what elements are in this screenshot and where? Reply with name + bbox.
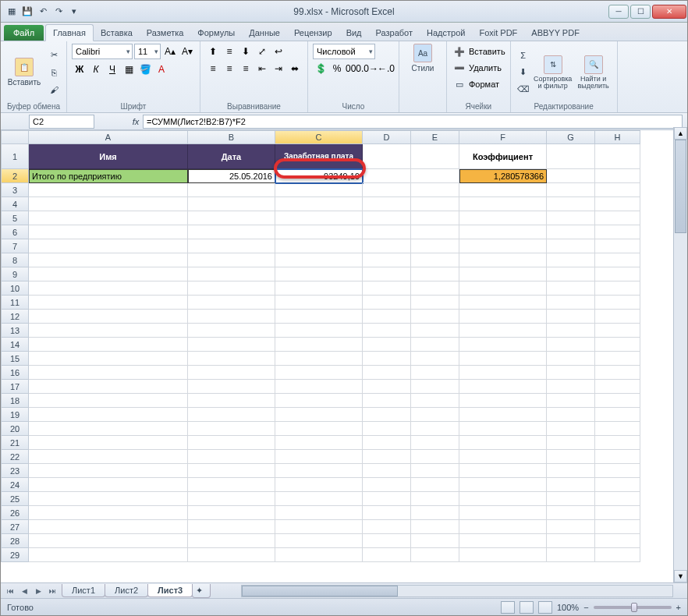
row-header-2[interactable]: 2 (1, 169, 29, 183)
cell-H2[interactable] (595, 169, 640, 183)
bold-button[interactable]: Ж (72, 62, 87, 77)
cell-D24[interactable] (363, 478, 411, 492)
row-header-18[interactable]: 18 (1, 394, 29, 408)
row-header-8[interactable]: 8 (1, 253, 29, 267)
cell-C14[interactable] (275, 338, 363, 352)
row-header-9[interactable]: 9 (1, 267, 29, 281)
cell-G25[interactable] (547, 492, 595, 506)
row-header-16[interactable]: 16 (1, 366, 29, 380)
cell-B17[interactable] (188, 380, 275, 394)
hscroll-thumb[interactable] (242, 586, 398, 597)
tab-nav-next-icon[interactable]: ▶ (32, 585, 44, 597)
row-header-29[interactable]: 29 (1, 548, 29, 562)
cell-F28[interactable] (459, 534, 547, 548)
row-header-12[interactable]: 12 (1, 310, 29, 324)
row-header-5[interactable]: 5 (1, 211, 29, 225)
find-select-button[interactable]: 🔍 Найти и выделить (575, 44, 612, 101)
fill-color-button[interactable]: 🪣 (137, 62, 153, 77)
cell-C18[interactable] (275, 394, 363, 408)
cell-A9[interactable] (29, 267, 188, 281)
cell-A26[interactable] (29, 506, 188, 520)
cell-D5[interactable] (363, 211, 411, 225)
cell-C19[interactable] (275, 408, 363, 422)
font-name-combo[interactable]: Calibri (72, 44, 133, 59)
cell-G11[interactable] (547, 296, 595, 310)
align-right-icon[interactable]: ≡ (238, 61, 254, 76)
cell-G9[interactable] (547, 267, 595, 281)
cell-C9[interactable] (275, 267, 363, 281)
cell-H6[interactable] (595, 225, 640, 239)
cell-G18[interactable] (547, 394, 595, 408)
cell-C29[interactable] (275, 548, 363, 562)
scroll-up-icon[interactable]: ▲ (674, 127, 687, 140)
cell-C27[interactable] (275, 520, 363, 534)
cell-G5[interactable] (547, 211, 595, 225)
cell-G12[interactable] (547, 310, 595, 324)
cell-E5[interactable] (411, 211, 459, 225)
formula-input[interactable]: =СУММ(Лист2!B2:B7)*F2 (143, 115, 683, 129)
worksheet-grid[interactable]: ABCDEFGH 1234567891011121314151617181920… (1, 130, 687, 567)
indent-decrease-icon[interactable]: ⇤ (254, 61, 270, 76)
cell-E27[interactable] (411, 520, 459, 534)
cell-A17[interactable] (29, 380, 188, 394)
row-header-10[interactable]: 10 (1, 281, 29, 296)
cell-B3[interactable] (188, 183, 275, 197)
row-header-25[interactable]: 25 (1, 492, 29, 506)
cell-A22[interactable] (29, 450, 188, 464)
cell-H10[interactable] (595, 281, 640, 296)
row-header-11[interactable]: 11 (1, 296, 29, 310)
cell-C3[interactable] (275, 183, 363, 197)
cell-H21[interactable] (595, 436, 640, 450)
zoom-level[interactable]: 100% (557, 603, 579, 612)
orientation-icon[interactable]: ⤢ (254, 44, 270, 59)
cell-A5[interactable] (29, 211, 188, 225)
row-header-20[interactable]: 20 (1, 422, 29, 436)
cell-C1[interactable]: Заработная плата (275, 144, 363, 169)
tab-formulas[interactable]: Формулы (190, 25, 242, 41)
increase-decimal-icon[interactable]: .0→ (362, 61, 378, 76)
cell-C25[interactable] (275, 492, 363, 506)
cell-A16[interactable] (29, 366, 188, 380)
cell-E15[interactable] (411, 352, 459, 366)
row-header-6[interactable]: 6 (1, 225, 29, 239)
cell-G8[interactable] (547, 253, 595, 267)
undo-icon[interactable]: ↶ (37, 5, 49, 18)
row-header-23[interactable]: 23 (1, 464, 29, 478)
cell-C28[interactable] (275, 534, 363, 548)
sheet-tab-2[interactable]: Лист2 (105, 584, 148, 597)
cell-C2[interactable]: 93249,16 (275, 169, 363, 183)
cell-H27[interactable] (595, 520, 640, 534)
cell-D19[interactable] (363, 408, 411, 422)
scroll-down-icon[interactable]: ▼ (674, 570, 687, 582)
zoom-knob[interactable] (631, 603, 637, 612)
cell-E7[interactable] (411, 239, 459, 253)
cell-D21[interactable] (363, 436, 411, 450)
cell-G1[interactable] (547, 144, 595, 169)
cell-F10[interactable] (459, 281, 547, 296)
cell-H20[interactable] (595, 422, 640, 436)
cell-A14[interactable] (29, 338, 188, 352)
cell-B4[interactable] (188, 197, 275, 211)
cell-H3[interactable] (595, 183, 640, 197)
paste-button[interactable]: 📋 Вставить (5, 44, 43, 101)
cell-H28[interactable] (595, 534, 640, 548)
cell-A2[interactable]: Итого по предприятию (29, 169, 188, 183)
cell-E22[interactable] (411, 450, 459, 464)
cell-A29[interactable] (29, 548, 188, 562)
cell-D11[interactable] (363, 296, 411, 310)
cell-B28[interactable] (188, 534, 275, 548)
cell-D20[interactable] (363, 422, 411, 436)
cell-E16[interactable] (411, 366, 459, 380)
cell-G24[interactable] (547, 478, 595, 492)
cell-C20[interactable] (275, 422, 363, 436)
cell-E3[interactable] (411, 183, 459, 197)
cell-B16[interactable] (188, 366, 275, 380)
col-header-D[interactable]: D (363, 130, 411, 144)
tab-dev[interactable]: Разработ (369, 25, 420, 41)
cut-icon[interactable]: ✂ (46, 48, 62, 63)
cell-A25[interactable] (29, 492, 188, 506)
styles-button[interactable]: Aa Стили (404, 44, 442, 73)
cell-G19[interactable] (547, 408, 595, 422)
cell-G28[interactable] (547, 534, 595, 548)
cell-A19[interactable] (29, 408, 188, 422)
